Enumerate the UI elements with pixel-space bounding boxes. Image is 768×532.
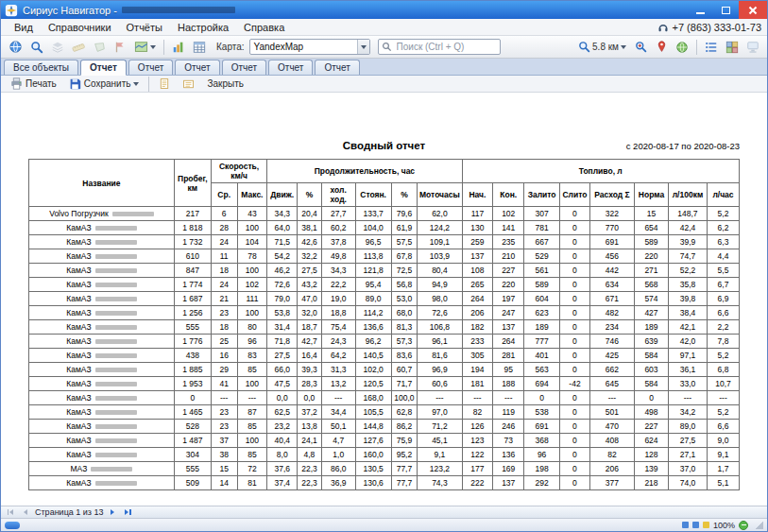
flag-button[interactable] bbox=[111, 38, 129, 57]
data-cell: 72 bbox=[237, 462, 267, 476]
data-cell: 24 bbox=[211, 278, 237, 292]
resize-grip[interactable] bbox=[755, 521, 763, 529]
grid-view-button[interactable] bbox=[723, 38, 742, 57]
map-select[interactable]: YandexMap bbox=[249, 39, 370, 55]
layers-button[interactable] bbox=[48, 38, 67, 57]
minimize-button[interactable] bbox=[688, 1, 713, 19]
data-cell: 501 bbox=[589, 405, 634, 420]
redacted-text bbox=[95, 481, 137, 486]
data-cell: 182 bbox=[462, 320, 493, 335]
menu-item-help[interactable]: Справка bbox=[236, 21, 292, 34]
data-cell: 691 bbox=[524, 420, 560, 434]
map-view-button[interactable] bbox=[131, 38, 159, 57]
maximize-button[interactable] bbox=[713, 1, 739, 19]
data-cell: 34,3 bbox=[321, 264, 355, 278]
data-cell: 442 bbox=[589, 264, 634, 278]
monitor-icon bbox=[746, 41, 759, 54]
data-cell: 7,8 bbox=[707, 335, 739, 349]
list-view-button[interactable] bbox=[702, 38, 721, 57]
refresh-button[interactable] bbox=[6, 38, 26, 57]
monitor-button[interactable] bbox=[743, 38, 762, 57]
data-cell: 667 bbox=[524, 235, 560, 249]
data-cell: 128 bbox=[635, 448, 669, 462]
data-cell: 0 bbox=[560, 476, 590, 490]
menu-item-reports[interactable]: Отчёты bbox=[119, 21, 170, 34]
column-header: Стоян. bbox=[355, 183, 391, 207]
data-cell: 85 bbox=[237, 420, 267, 434]
data-cell: 130 bbox=[462, 221, 493, 235]
data-cell: 6,8 bbox=[707, 363, 739, 377]
menu-item-directories[interactable]: Справочники bbox=[41, 21, 119, 34]
data-cell: 235 bbox=[493, 235, 524, 249]
data-cell: 102 bbox=[493, 207, 524, 221]
data-cell: 38,4 bbox=[668, 306, 707, 320]
status-right-group: 100% bbox=[682, 521, 763, 530]
close-button[interactable] bbox=[739, 1, 767, 19]
tab-report-2[interactable]: Отчет bbox=[128, 60, 173, 75]
prev-page-button[interactable] bbox=[20, 507, 31, 518]
data-cell: 80,4 bbox=[418, 264, 462, 278]
data-cell: 85 bbox=[237, 448, 267, 462]
page-orientation-button[interactable] bbox=[177, 77, 200, 92]
map-scale-control[interactable]: 5.8 км bbox=[575, 38, 629, 57]
placemark-button[interactable] bbox=[652, 38, 671, 57]
table-button[interactable] bbox=[190, 38, 209, 57]
data-cell: 42,0 bbox=[668, 335, 707, 349]
tab-report-5[interactable]: Отчет bbox=[268, 60, 313, 75]
group-header-row: Название Пробег, км Скорость, км/ч Продо… bbox=[29, 160, 740, 183]
menu-item-view[interactable]: Вид bbox=[7, 21, 41, 34]
next-page-button[interactable] bbox=[107, 507, 118, 518]
data-cell: 0 bbox=[560, 292, 590, 306]
save-button[interactable]: Сохранить bbox=[63, 76, 145, 92]
data-cell: 32,0 bbox=[298, 306, 322, 320]
data-cell: 85 bbox=[237, 363, 267, 377]
column-header: Пробег, км bbox=[174, 160, 211, 207]
tab-report-1[interactable]: Отчет bbox=[80, 60, 127, 76]
tab-report-6[interactable]: Отчет bbox=[315, 60, 359, 75]
tab-all-objects[interactable]: Все объекты bbox=[4, 60, 78, 75]
data-cell: --- bbox=[211, 391, 237, 405]
view-mode-icon[interactable] bbox=[692, 522, 699, 528]
column-header: Залито bbox=[524, 183, 560, 207]
data-cell: 87 bbox=[237, 405, 267, 420]
page-setup-button[interactable] bbox=[153, 76, 176, 92]
data-cell: 73 bbox=[493, 434, 524, 448]
tab-report-4[interactable]: Отчет bbox=[222, 60, 266, 75]
data-cell: 96,2 bbox=[355, 335, 391, 349]
page-indicator: Страница 1 из 13 bbox=[35, 507, 103, 517]
data-cell: 25 bbox=[211, 335, 237, 349]
view-mode-icon[interactable] bbox=[703, 522, 709, 528]
table-row: КамАЗ1 4873710040,424,14,7127,675,945,11… bbox=[29, 434, 740, 448]
zoom-in-button[interactable] bbox=[631, 38, 650, 57]
data-cell: 0 bbox=[560, 249, 590, 264]
data-cell: 408 bbox=[589, 434, 634, 448]
data-cell: 86,2 bbox=[391, 420, 418, 434]
tab-report-3[interactable]: Отчет bbox=[175, 60, 219, 75]
first-page-button[interactable] bbox=[5, 507, 16, 518]
chart-button[interactable] bbox=[169, 38, 188, 57]
ruler-icon bbox=[72, 41, 85, 54]
view-mode-icon[interactable] bbox=[682, 522, 689, 528]
redacted-text bbox=[95, 268, 137, 273]
data-cell: 79,0 bbox=[267, 292, 298, 306]
map-icon bbox=[134, 41, 148, 54]
search-input[interactable] bbox=[395, 41, 497, 53]
data-cell: 71,8 bbox=[267, 335, 298, 349]
column-header: л/час bbox=[707, 183, 739, 207]
last-page-button[interactable] bbox=[122, 507, 133, 518]
data-cell: 671 bbox=[589, 292, 634, 306]
app-window: Сириус Навигатор - ВидСправочникиОтчётыН… bbox=[0, 0, 768, 532]
ruler-button[interactable] bbox=[69, 38, 88, 57]
globe-button[interactable] bbox=[673, 38, 691, 57]
menu-item-settings[interactable]: Настройка bbox=[170, 21, 236, 34]
close-report-button[interactable]: Закрыть bbox=[201, 77, 249, 91]
polygon-button[interactable] bbox=[90, 38, 109, 57]
zoom-fit-button[interactable] bbox=[739, 521, 748, 530]
app-icon bbox=[5, 4, 18, 17]
data-cell: 100,0 bbox=[391, 391, 418, 405]
data-cell: 555 bbox=[174, 462, 211, 476]
search-map-button[interactable] bbox=[27, 38, 46, 57]
print-button[interactable]: Печать bbox=[5, 76, 62, 92]
data-cell: 106,8 bbox=[418, 320, 462, 335]
vehicle-name-cell: КамАЗ bbox=[29, 434, 175, 448]
